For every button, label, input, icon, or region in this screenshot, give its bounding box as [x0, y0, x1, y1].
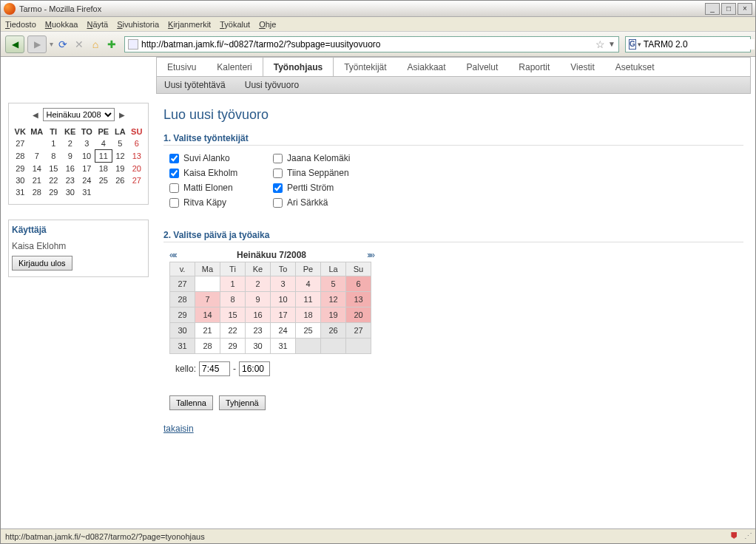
tab-asetukset[interactable]: Asetukset	[605, 58, 665, 76]
mini-cal-cell[interactable]: 30	[62, 186, 79, 198]
mini-cal-cell[interactable]: 22	[45, 174, 62, 186]
menu-sivuhistoria[interactable]: Sivuhistoria	[117, 20, 159, 29]
employee-checkbox[interactable]	[273, 154, 283, 163]
shift-cal-day[interactable]: 23	[246, 323, 271, 339]
menu-muokkaa[interactable]: Muokkaa	[45, 20, 78, 29]
security-icon[interactable]: ⛊	[730, 531, 738, 541]
employee-checkbox[interactable]	[273, 183, 283, 193]
mini-cal-cell[interactable]: 27	[129, 174, 146, 186]
logout-button[interactable]: Kirjaudu ulos	[12, 256, 72, 271]
subtab-uusi-työvuoro[interactable]: Uusi työvuoro	[245, 80, 299, 90]
mini-cal-cell[interactable]: 10	[78, 150, 95, 163]
mini-cal-cell[interactable]	[29, 137, 46, 150]
clear-button[interactable]: Tyhjennä	[219, 395, 266, 410]
search-engine-dropdown[interactable]: ▾	[638, 41, 641, 48]
back-link[interactable]: takaisin	[163, 424, 194, 434]
mini-cal-cell[interactable]: 16	[62, 163, 79, 175]
shift-cal-day[interactable]: 12	[321, 292, 346, 307]
employee-checkbox[interactable]	[169, 154, 179, 163]
mini-cal-cell[interactable]: 25	[95, 174, 112, 186]
mini-cal-cell[interactable]: 26	[112, 174, 129, 186]
employee-checkbox[interactable]	[273, 198, 283, 208]
mini-cal-cell[interactable]: 29	[45, 186, 62, 198]
shift-cal-day[interactable]: 10	[271, 292, 296, 307]
shift-cal-day[interactable]: 4	[296, 276, 321, 292]
resize-grip[interactable]: ⋰	[744, 531, 751, 541]
mini-cal-cell[interactable]: 14	[29, 163, 46, 175]
shift-cal-day[interactable]: 31	[271, 339, 296, 354]
mini-cal-cell[interactable]: 20	[129, 163, 146, 175]
shift-cal-day[interactable]: 13	[346, 292, 371, 307]
home-icon[interactable]: ⌂	[89, 38, 102, 51]
employee-checkbox[interactable]	[273, 169, 283, 178]
mini-cal-cell[interactable]: 1	[45, 137, 62, 150]
menu-näytä[interactable]: Näytä	[87, 20, 108, 29]
shift-cal-day[interactable]: 11	[296, 292, 321, 307]
menu-kirjanmerkit[interactable]: Kirjanmerkit	[168, 20, 211, 29]
employee-item[interactable]: Pertti Ström	[273, 183, 377, 193]
mini-cal-cell[interactable]: 15	[45, 163, 62, 175]
mini-cal-cell[interactable]: 12	[112, 150, 129, 163]
shift-cal-day[interactable]: 24	[271, 323, 296, 339]
back-button[interactable]: ◀	[5, 35, 24, 53]
forward-button[interactable]: ▶	[27, 35, 47, 53]
tab-asiakkaat[interactable]: Asiakkaat	[397, 58, 456, 76]
employee-item[interactable]: Tiina Seppänen	[273, 168, 377, 178]
shift-cal-day[interactable]: 3	[271, 276, 296, 292]
shift-cal-day[interactable]: 17	[271, 307, 296, 323]
employee-item[interactable]: Ritva Käpy	[169, 197, 258, 208]
shift-cal-day[interactable]: 1	[220, 276, 246, 292]
mini-cal-cell[interactable]: 19	[112, 163, 129, 175]
reload-icon[interactable]: ⟳	[56, 38, 70, 51]
shift-cal-day[interactable]: 29	[220, 339, 246, 354]
tab-kalenteri[interactable]: Kalenteri	[206, 58, 262, 76]
shift-cal-day[interactable]: 21	[195, 323, 220, 339]
tab-viestit[interactable]: Viestit	[560, 58, 604, 76]
employee-item[interactable]: Jaana Kelomäki	[273, 153, 377, 163]
mini-cal-cell[interactable]: 7	[29, 150, 46, 163]
mini-cal-cell[interactable]: 31	[78, 186, 95, 198]
maximize-button[interactable]: □	[721, 3, 736, 15]
subtab-uusi-työtehtävä[interactable]: Uusi työtehtävä	[164, 80, 226, 90]
stop-icon[interactable]: ✕	[72, 38, 86, 51]
menu-työkalut[interactable]: Työkalut	[220, 20, 250, 29]
mini-cal-cell[interactable]	[112, 186, 129, 198]
mini-cal-cell[interactable]: 5	[112, 137, 129, 150]
tab-työntekijät[interactable]: Työntekijät	[334, 58, 396, 76]
mini-cal-cell[interactable]	[129, 186, 146, 198]
cal-next-icon[interactable]: ▶	[119, 111, 125, 119]
mini-cal-cell[interactable]: 9	[62, 150, 79, 163]
bookmark-star-icon[interactable]: ☆	[595, 38, 605, 50]
mini-cal-cell[interactable]: 8	[45, 150, 62, 163]
shift-cal-day[interactable]: 9	[246, 292, 271, 307]
employee-checkbox[interactable]	[169, 169, 179, 178]
employee-item[interactable]: Ari Särkkä	[273, 197, 377, 208]
mini-cal-cell[interactable]: 23	[62, 174, 79, 186]
cal-prev-icon[interactable]: ◀	[33, 111, 38, 119]
menu-tiedosto[interactable]: Tiedosto	[5, 20, 36, 29]
mini-cal-cell[interactable]: 24	[78, 174, 95, 186]
shift-cal-day[interactable]: 18	[296, 307, 321, 323]
mini-cal-cell[interactable]: 2	[62, 137, 79, 150]
shift-cal-day[interactable]: 5	[321, 276, 346, 292]
tab-palvelut[interactable]: Palvelut	[456, 58, 509, 76]
shift-cal-day[interactable]: 6	[346, 276, 371, 292]
shift-cal-day[interactable]: 25	[296, 323, 321, 339]
url-bar[interactable]: ☆ ▼	[124, 36, 619, 52]
shift-cal-next[interactable]: ››»	[367, 250, 374, 260]
month-select[interactable]: Heinäkuu 2008	[43, 108, 115, 121]
mini-cal-cell[interactable]: 6	[129, 137, 146, 150]
shift-cal-day[interactable]: 14	[195, 307, 220, 323]
mini-cal-cell[interactable]: 17	[78, 163, 95, 175]
employee-checkbox[interactable]	[169, 183, 179, 193]
employee-item[interactable]: Kaisa Ekholm	[169, 168, 258, 178]
mini-cal-cell[interactable]: 4	[95, 137, 112, 150]
mini-cal-cell[interactable]: 13	[129, 150, 146, 163]
shift-cal-day[interactable]: 22	[220, 323, 246, 339]
shift-cal-day[interactable]: 7	[195, 292, 220, 307]
close-button[interactable]: ×	[738, 3, 752, 15]
mini-cal-cell[interactable]: 11	[95, 150, 112, 163]
mini-cal-cell[interactable]: 3	[78, 137, 95, 150]
addon-icon[interactable]: ✚	[105, 38, 118, 51]
mini-cal-cell[interactable]: 21	[29, 174, 46, 186]
